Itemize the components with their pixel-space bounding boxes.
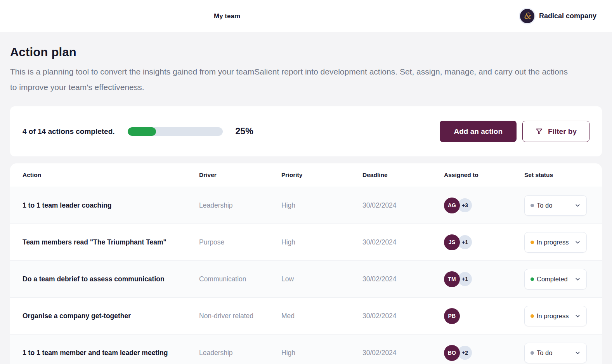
status-dot-icon — [531, 351, 534, 355]
action-cell: Do a team debrief to assess communicatio… — [10, 275, 199, 283]
action-cell: Team members read "The Triumphant Team" — [10, 238, 199, 246]
avatar[interactable]: JS — [444, 234, 460, 250]
deadline-cell: 30/02/2024 — [362, 312, 444, 320]
status-dropdown[interactable]: To do — [524, 195, 587, 216]
column-header-action: Action — [10, 172, 199, 179]
avatar-overflow-badge[interactable]: +1 — [458, 272, 472, 286]
avatar[interactable]: BO — [444, 345, 460, 361]
table-row: 1 to 1 team member and team leader meeti… — [10, 334, 602, 364]
deadline-cell: 30/02/2024 — [362, 349, 444, 357]
brand-account[interactable]: & Radical company — [520, 0, 596, 32]
table-row: Do a team debrief to assess communicatio… — [10, 260, 602, 297]
progress-summary-card: 4 of 14 actions completed. 25% Add an ac… — [10, 106, 602, 156]
status-dot-icon — [531, 241, 534, 244]
avatar[interactable]: AG — [444, 198, 460, 213]
avatar[interactable]: TM — [444, 271, 460, 287]
status-dot-icon — [531, 314, 534, 318]
add-action-button[interactable]: Add an action — [440, 121, 517, 142]
driver-cell: Leadership — [199, 201, 281, 210]
progress-bar-fill — [128, 127, 156, 136]
company-name: Radical company — [539, 12, 596, 20]
priority-cell: Med — [281, 312, 362, 320]
assigned-to-cell: PB — [444, 308, 524, 324]
chevron-down-icon — [574, 276, 581, 283]
progress-bar — [128, 127, 223, 136]
priority-cell: High — [281, 238, 362, 246]
column-header-set-status: Set status — [524, 172, 602, 179]
deadline-cell: 30/02/2024 — [362, 201, 444, 210]
status-cell: In progress — [524, 306, 602, 326]
status-cell: To do — [524, 343, 602, 363]
company-logo-icon: & — [520, 9, 534, 23]
avatar-overflow-badge[interactable]: +1 — [458, 235, 472, 249]
action-cell: 1 to 1 team leader coaching — [10, 201, 199, 210]
toolbar: Add an action Filter by — [440, 121, 589, 142]
status-cell: To do — [524, 195, 602, 216]
column-header-driver: Driver — [199, 172, 281, 179]
status-label: In progress — [537, 239, 569, 246]
priority-cell: Low — [281, 275, 362, 283]
status-cell: Completed — [524, 269, 602, 289]
priority-cell: High — [281, 201, 362, 210]
action-cell: 1 to 1 team member and team leader meeti… — [10, 349, 199, 357]
status-dropdown[interactable]: Completed — [524, 269, 587, 289]
page-description: This is a planning tool to convert the i… — [10, 64, 571, 95]
column-header-priority: Priority — [281, 172, 362, 179]
avatar-overflow-badge[interactable]: +2 — [458, 346, 472, 360]
deadline-cell: 30/02/2024 — [362, 275, 444, 283]
chevron-down-icon — [574, 350, 581, 356]
top-navigation-bar: My team & Radical company — [0, 0, 612, 32]
status-dropdown[interactable]: To do — [524, 343, 587, 363]
assigned-to-cell: JS +1 — [444, 234, 524, 250]
status-dot-icon — [531, 277, 534, 281]
table-header-row: Action Driver Priority Deadline Assigned… — [10, 163, 602, 187]
chevron-down-icon — [574, 313, 581, 319]
table-row: 1 to 1 team leader coaching Leadership H… — [10, 187, 602, 224]
table-row: Team members read "The Triumphant Team" … — [10, 224, 602, 260]
filter-icon — [535, 127, 543, 135]
action-cell: Organise a company get-together — [10, 312, 199, 320]
driver-cell: Leadership — [199, 349, 281, 357]
filter-by-label: Filter by — [548, 127, 577, 136]
chevron-down-icon — [574, 202, 581, 209]
progress-percent: 25% — [236, 126, 253, 137]
status-label: Completed — [537, 276, 568, 283]
column-header-deadline: Deadline — [362, 172, 444, 179]
status-label: To do — [537, 202, 552, 209]
nav-tab-my-team[interactable]: My team — [214, 0, 240, 32]
deadline-cell: 30/02/2024 — [362, 238, 444, 246]
avatar-overflow-badge[interactable]: +3 — [458, 198, 472, 212]
assigned-to-cell: BO +2 — [444, 345, 524, 361]
avatar[interactable]: PB — [444, 308, 460, 324]
status-dropdown[interactable]: In progress — [524, 306, 587, 326]
driver-cell: Purpose — [199, 238, 281, 246]
priority-cell: High — [281, 349, 362, 357]
status-dot-icon — [531, 204, 534, 207]
column-header-assigned-to: Assigned to — [444, 172, 524, 179]
main-content: Action plan This is a planning tool to c… — [0, 45, 612, 364]
table-row: Organise a company get-together Non-driv… — [10, 297, 602, 334]
assigned-to-cell: TM +1 — [444, 271, 524, 287]
progress-label: 4 of 14 actions completed. — [23, 127, 115, 136]
status-label: To do — [537, 349, 552, 357]
filter-by-button[interactable]: Filter by — [522, 121, 589, 142]
status-label: In progress — [537, 312, 569, 320]
chevron-down-icon — [574, 239, 581, 246]
page-title: Action plan — [10, 45, 602, 59]
status-cell: In progress — [524, 232, 602, 253]
driver-cell: Communication — [199, 275, 281, 283]
assigned-to-cell: AG +3 — [444, 198, 524, 213]
status-dropdown[interactable]: In progress — [524, 232, 587, 253]
driver-cell: Non-driver related — [199, 312, 281, 320]
action-table: Action Driver Priority Deadline Assigned… — [10, 163, 602, 364]
